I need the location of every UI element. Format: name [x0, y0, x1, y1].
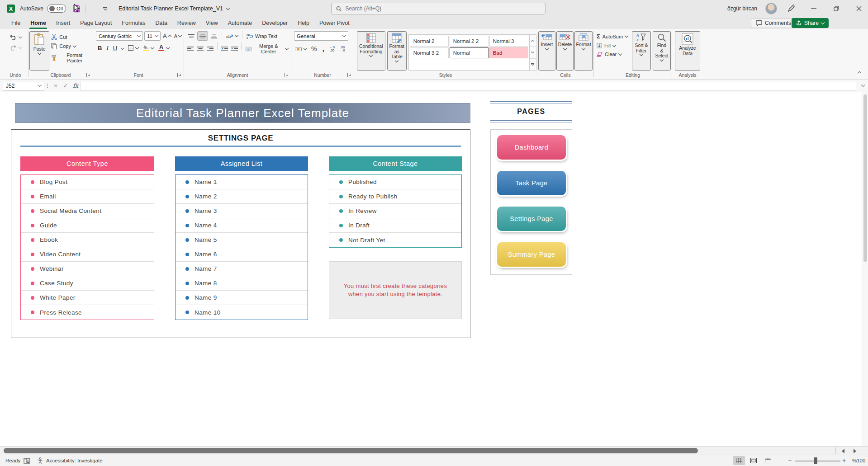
formula-input[interactable] — [81, 81, 856, 91]
orientation-button[interactable]: ab — [224, 33, 240, 40]
page-button-task-page[interactable]: Task Page — [497, 171, 566, 195]
customize-quick-access-icon[interactable] — [103, 0, 107, 17]
tab-view[interactable]: View — [201, 17, 223, 29]
decrease-font-button[interactable]: A — [173, 33, 182, 39]
list-item[interactable]: Name 3 — [175, 204, 308, 218]
alignment-dialog-launcher-icon[interactable] — [285, 73, 289, 77]
format-painter-button[interactable]: Format Painter — [49, 52, 92, 64]
tab-insert[interactable]: Insert — [51, 17, 75, 29]
tab-data[interactable]: Data — [150, 17, 172, 29]
increase-decimal-button[interactable]: ←0.00 — [328, 45, 337, 53]
page-break-view-button[interactable] — [762, 456, 774, 465]
avatar[interactable] — [765, 3, 777, 14]
decrease-indent-button[interactable] — [220, 44, 229, 54]
percent-style-button[interactable]: % — [309, 44, 318, 53]
list-item[interactable]: Guide — [21, 218, 154, 233]
cut-button[interactable]: Cut — [49, 33, 92, 41]
insert-cells-button[interactable]: Insert — [538, 31, 555, 71]
fill-button[interactable]: Fill — [595, 42, 630, 49]
italic-button[interactable]: I — [104, 43, 110, 52]
fill-color-button[interactable] — [141, 44, 156, 52]
cell-style-bad[interactable]: Bad — [489, 47, 528, 58]
font-dialog-launcher-icon[interactable] — [177, 73, 181, 77]
normal-view-button[interactable] — [733, 456, 745, 465]
document-title[interactable]: Editorial Task Planner Excel Template_V1 — [119, 0, 229, 17]
cell-style-normal-2[interactable]: Normal 2 — [410, 36, 449, 47]
tab-formulas[interactable]: Formulas — [117, 17, 150, 29]
excel-logo-icon[interactable]: X — [6, 0, 15, 17]
decrease-decimal-button[interactable]: .00→0 — [338, 45, 347, 53]
list-item[interactable]: Press Release — [21, 305, 154, 320]
delete-cells-button[interactable]: Delete — [556, 31, 574, 71]
list-item[interactable]: Name 2 — [175, 189, 308, 204]
user-name[interactable]: özgür bircan — [727, 0, 757, 17]
list-item[interactable]: Name 6 — [175, 247, 308, 262]
scroll-right-icon[interactable] — [850, 447, 860, 454]
search-bar[interactable] — [331, 3, 545, 14]
clear-button[interactable]: Clear — [595, 51, 630, 58]
align-left-button[interactable] — [186, 44, 195, 54]
font-size-select[interactable]: 11 — [144, 31, 161, 41]
formula-text-input[interactable] — [81, 81, 856, 90]
zoom-slider-thumb[interactable] — [814, 457, 817, 464]
align-right-button[interactable] — [205, 44, 215, 54]
tab-automate[interactable]: Automate — [223, 17, 257, 29]
list-item[interactable]: Name 7 — [175, 262, 308, 276]
list-item[interactable]: Name 8 — [175, 276, 308, 291]
list-item[interactable]: Blog Post — [21, 175, 154, 189]
format-cells-button[interactable]: Format — [574, 31, 593, 71]
bottom-align-button[interactable] — [209, 31, 219, 41]
increase-font-button[interactable]: A — [162, 33, 172, 39]
horizontal-scrollbar[interactable] — [0, 446, 868, 455]
number-dialog-launcher-icon[interactable] — [347, 73, 351, 77]
tab-file[interactable]: File — [6, 17, 25, 29]
zoom-out-button[interactable]: − — [788, 455, 792, 466]
list-item[interactable]: Email — [21, 189, 154, 204]
list-header-assigned-list[interactable]: Assigned List — [175, 156, 308, 171]
cancel-entry-icon[interactable]: × — [51, 82, 61, 89]
sort-filter-button[interactable]: AZ Sort & Filter — [632, 31, 651, 71]
collapse-ribbon-icon[interactable] — [858, 68, 861, 76]
scroll-left-icon[interactable] — [838, 447, 848, 454]
align-center-button[interactable] — [196, 44, 205, 54]
merge-center-button[interactable]: Merge & Center — [244, 42, 290, 55]
list-item[interactable]: Social Media Content — [21, 204, 154, 218]
vertical-scrollbar[interactable] — [862, 92, 868, 446]
zoom-level[interactable]: %100 — [852, 455, 865, 466]
tab-home[interactable]: Home — [25, 17, 51, 29]
tab-review[interactable]: Review — [172, 17, 201, 29]
list-item[interactable]: Name 5 — [175, 233, 308, 247]
page-button-settings-page[interactable]: Settings Page — [497, 207, 566, 231]
autosave-toggle[interactable]: Off — [47, 0, 66, 17]
cell-style-normal[interactable]: Normal — [450, 47, 489, 58]
insert-function-icon[interactable]: fx — [71, 82, 81, 89]
list-item[interactable]: Ebook — [21, 233, 154, 247]
close-button[interactable] — [851, 0, 867, 17]
list-item[interactable]: Name 1 — [175, 175, 308, 189]
zoom-slider[interactable] — [795, 461, 840, 461]
format-as-table-button[interactable]: Format as Table — [387, 31, 407, 71]
cell-style-normal-3-2[interactable]: Normal 3 2 — [410, 47, 449, 58]
gallery-up-icon[interactable] — [530, 35, 536, 47]
clipboard-dialog-launcher-icon[interactable] — [86, 73, 90, 77]
list-item[interactable]: Name 9 — [175, 291, 308, 305]
tab-power-pivot[interactable]: Power Pivot — [314, 17, 355, 29]
find-select-button[interactable]: Find & Select — [653, 31, 671, 71]
accounting-format-button[interactable] — [294, 46, 308, 52]
autosum-button[interactable]: ΣAutoSum — [595, 32, 630, 41]
restore-button[interactable] — [829, 0, 844, 17]
comma-style-button[interactable]: , — [320, 44, 326, 54]
underline-button[interactable]: U — [111, 44, 119, 52]
name-box[interactable] — [3, 81, 44, 91]
macro-record-icon[interactable] — [24, 455, 30, 466]
list-item[interactable]: In Review — [329, 204, 461, 218]
list-item[interactable]: Name 4 — [175, 218, 308, 233]
list-item[interactable]: Published — [329, 175, 461, 189]
list-item[interactable]: Video Content — [21, 247, 154, 262]
expand-formula-bar-icon[interactable] — [861, 83, 865, 87]
horizontal-scrollbar-thumb[interactable] — [4, 448, 698, 453]
cell-style-normal-3[interactable]: Normal 3 — [489, 36, 528, 47]
top-align-button[interactable] — [186, 31, 197, 41]
font-family-select[interactable]: Century Gothic — [96, 31, 143, 41]
zoom-in-button[interactable]: + — [842, 455, 846, 466]
